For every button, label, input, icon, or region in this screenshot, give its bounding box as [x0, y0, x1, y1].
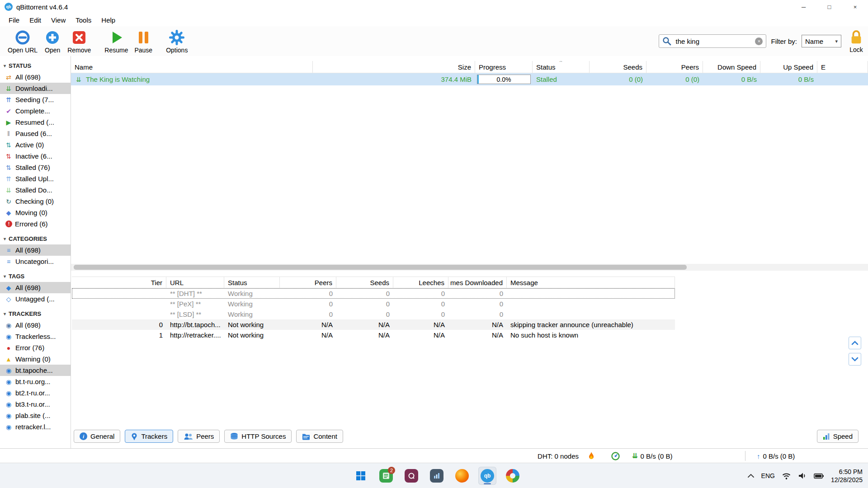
tab-trackers[interactable]: Trackers	[125, 430, 173, 443]
sidebar-item-tags-all[interactable]: ◆All (698)	[0, 282, 71, 293]
sidebar-item-resumed[interactable]: ▶Resumed (...	[0, 117, 71, 128]
sidebar-item-tracker-bt3-t-ru[interactable]: ◉bt3.t-ru.or...	[0, 399, 71, 410]
column-header-status[interactable]: ^Status	[533, 61, 590, 73]
sidebar-item-tracker-bt-tapoche[interactable]: ◉bt.tapoche...	[0, 365, 71, 376]
minimize-button[interactable]: ─	[791, 0, 816, 14]
tab-general[interactable]: i General	[74, 430, 120, 443]
sidebar-item-tracker-bt-t-ru[interactable]: ◉bt.t-ru.org...	[0, 376, 71, 387]
wifi-icon[interactable]	[782, 472, 791, 480]
connection-status-button[interactable]	[611, 449, 620, 463]
sidebar-item-stalled[interactable]: ⇅Stalled (76)	[0, 162, 71, 173]
sidebar-section-categories[interactable]: ▾ CATEGORIES	[0, 234, 71, 244]
column-header-seeds[interactable]: Seeds	[590, 61, 646, 73]
menu-edit[interactable]: Edit	[24, 15, 46, 25]
tracker-row-pex[interactable]: ** [PeX] ** Working 0 0 0 0	[72, 299, 675, 309]
tracker-row-bt-tapoch[interactable]: 0 http://bt.tapoch... Not working N/A N/…	[72, 319, 675, 330]
sidebar-item-untagged[interactable]: ◇Untagged (...	[0, 293, 71, 305]
green-app-icon[interactable]: 2	[377, 467, 395, 485]
sidebar-section-status[interactable]: ▾ STATUS	[0, 61, 71, 71]
horizontal-scrollbar[interactable]	[71, 264, 868, 271]
sidebar-item-tracker-plab-site[interactable]: ◉plab.site (...	[0, 410, 71, 421]
clock[interactable]: 6:50 PM 12/28/2025	[831, 468, 863, 484]
scroll-up-button[interactable]	[849, 337, 861, 349]
sidebar-item-paused[interactable]: ‖Paused (6...	[0, 128, 71, 139]
column-header-tracker-peers[interactable]: Peers	[280, 277, 336, 288]
column-header-name[interactable]: Name	[71, 61, 313, 73]
sidebar-item-all[interactable]: ⇄All (698)	[0, 71, 71, 83]
sidebar-item-moving[interactable]: ◆Moving (0)	[0, 207, 71, 218]
column-header-size[interactable]: Size	[313, 61, 475, 73]
clear-search-icon[interactable]: ×	[755, 38, 763, 45]
column-header-url[interactable]: URL	[166, 277, 224, 288]
sidebar-item-tracker-bt2-t-ru[interactable]: ◉bt2.t-ru.or...	[0, 387, 71, 399]
language-indicator[interactable]: ENG	[761, 472, 775, 479]
sidebar-item-active[interactable]: ⇅Active (0)	[0, 139, 71, 150]
remove-button[interactable]: Remove	[64, 28, 94, 55]
speed-button[interactable]: Speed	[817, 430, 859, 443]
teal-app-icon[interactable]	[504, 467, 522, 485]
sidebar-item-tracker-retracker[interactable]: ◉retracker.l...	[0, 421, 71, 432]
filter-dropdown[interactable]: Name ▾	[802, 35, 841, 47]
sidebar-item-trackers-all[interactable]: ◉All (698)	[0, 319, 71, 331]
sidebar-item-seeding[interactable]: ⇈Seeding (7...	[0, 94, 71, 105]
menu-tools[interactable]: Tools	[71, 15, 96, 25]
torrent-row[interactable]: ⇊The King is Watching 374.4 MiB 0.0% Sta…	[71, 73, 868, 85]
column-header-tracker-status[interactable]: Status	[224, 277, 280, 288]
scroll-down-button[interactable]	[849, 353, 861, 366]
tab-content[interactable]: Content	[296, 430, 343, 443]
sidebar-item-checking[interactable]: ↻Checking (0)	[0, 196, 71, 207]
sidebar-section-tags[interactable]: ▾ TAGS	[0, 271, 71, 282]
open-url-button[interactable]: Open URL	[5, 28, 41, 55]
hidden-icons-chevron-icon[interactable]	[747, 474, 755, 478]
column-header-eta[interactable]: E	[817, 61, 868, 73]
options-button[interactable]: Options	[163, 28, 191, 55]
column-header-down-speed[interactable]: Down Speed	[703, 61, 760, 73]
search-box[interactable]: ×	[659, 34, 766, 48]
menu-file[interactable]: File	[4, 15, 24, 25]
tracker-row-lsd[interactable]: ** [LSD] ** Working 0 0 0 0	[72, 309, 675, 319]
alt-speed-button[interactable]	[588, 449, 595, 463]
column-header-tracker-seeds[interactable]: Seeds	[336, 277, 393, 288]
sidebar-item-inactive[interactable]: ⇅Inactive (6...	[0, 150, 71, 162]
speaker-icon[interactable]	[798, 472, 807, 479]
lock-button[interactable]: Lock	[846, 28, 863, 54]
tracker-row-dht[interactable]: ** [DHT] ** Working 0 0 0 0	[72, 288, 675, 299]
sidebar-item-downloading[interactable]: ⇊Downloadi...	[0, 83, 71, 94]
resume-button[interactable]: Resume	[101, 28, 131, 55]
scrollbar-thumb[interactable]	[74, 265, 687, 270]
maximize-button[interactable]: □	[816, 0, 842, 14]
menu-help[interactable]: Help	[96, 15, 120, 25]
firefox-icon[interactable]	[453, 467, 471, 485]
column-header-message[interactable]: Message	[507, 277, 675, 288]
sidebar-item-uncategorized[interactable]: ≡Uncategori...	[0, 256, 71, 267]
tab-http-sources[interactable]: HTTP Sources	[224, 430, 292, 443]
purple-app-icon[interactable]	[402, 467, 420, 485]
tab-peers[interactable]: Peers	[178, 430, 220, 443]
pause-button[interactable]: Pause	[131, 28, 156, 55]
sidebar-item-tracker-warning[interactable]: ▲Warning (0)	[0, 353, 71, 365]
column-header-peers[interactable]: Peers	[646, 61, 703, 73]
column-header-leeches[interactable]: Leeches	[393, 277, 448, 288]
menu-view[interactable]: View	[46, 15, 71, 25]
column-header-tier[interactable]: Tier	[72, 277, 166, 288]
sidebar-item-stalled-downloading[interactable]: ⇊Stalled Do...	[0, 184, 71, 196]
battery-icon[interactable]	[814, 473, 824, 479]
search-input[interactable]	[675, 37, 755, 46]
sidebar-item-tracker-error[interactable]: ●Error (76)	[0, 342, 71, 353]
open-button[interactable]: Open	[41, 28, 64, 55]
close-button[interactable]: ×	[842, 0, 868, 14]
taskbar-app-icons: 2 qb	[352, 463, 522, 488]
sidebar-item-errored[interactable]: !Errored (6)	[0, 218, 71, 230]
sidebar-item-completed[interactable]: ✔Complete...	[0, 105, 71, 117]
column-header-progress[interactable]: Progress	[475, 61, 533, 73]
column-header-up-speed[interactable]: Up Speed	[760, 61, 817, 73]
qbittorrent-taskbar-icon[interactable]: qb	[478, 467, 496, 485]
tracker-row-retracker[interactable]: 1 http://retracker.... Not working N/A N…	[72, 330, 675, 340]
sidebar-item-trackerless[interactable]: ◉Trackerless...	[0, 331, 71, 342]
sidebar-item-categories-all[interactable]: ≡All (698)	[0, 244, 71, 256]
chart-app-icon[interactable]	[428, 467, 446, 485]
sidebar-item-stalled-uploading[interactable]: ⇈Stalled Upl...	[0, 173, 71, 184]
sidebar-section-trackers[interactable]: ▾ TRACKERS	[0, 309, 71, 319]
start-button[interactable]	[352, 467, 370, 485]
column-header-times-downloaded[interactable]: mes Downloaded	[448, 277, 507, 288]
